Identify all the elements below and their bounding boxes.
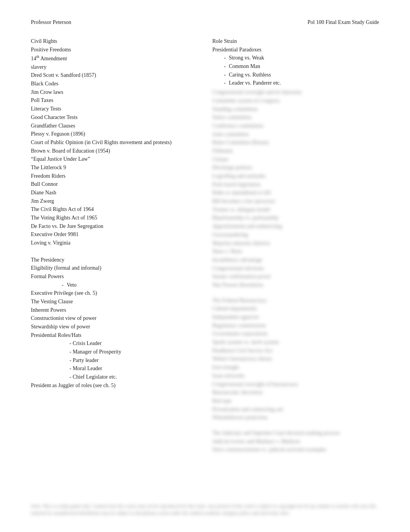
plessy-item: Plessy v. Feguson (1896) — [31, 130, 205, 138]
brown-v-board-item: Brown v. Board of Education (1954) — [31, 147, 205, 155]
paradox-item-1: - Common Man — [224, 62, 379, 71]
paradox-dash-0: - — [224, 54, 226, 62]
paradox-dash-3: - — [224, 79, 226, 87]
paradox-item-0: - Strong vs. Weak — [224, 54, 379, 62]
executive-order-item: Executive Order 9981 — [31, 230, 205, 239]
role-chief-legislator: - Chief Legislator etc. — [31, 373, 205, 381]
civil-rights-item: Civil Rights — [31, 37, 205, 46]
slavery-item: slavery — [31, 63, 205, 71]
jim-zwerg-item: Jim Zwerg — [31, 197, 205, 206]
paradox-dash-2: - — [224, 71, 226, 79]
role-party-leader: - Party leader — [31, 356, 205, 365]
formal-powers-item: Formal Powers — [31, 272, 205, 281]
paradox-text-3: Leader vs. Panderer etc. — [229, 79, 281, 87]
constructionist-item: Constructionist view of power — [31, 314, 205, 323]
positive-freedoms-item: Positive Freedoms — [31, 46, 205, 54]
role-crisis-leader: - Crisis Leader — [31, 339, 205, 348]
grandfather-clauses-item: Grandfather Clauses — [31, 122, 205, 130]
juggler-item: President as Juggler of roles (see ch. 5… — [31, 381, 205, 390]
professor-name: Professor Peterson — [31, 19, 71, 25]
header: Professor Peterson Pol 100 Final Exam St… — [31, 19, 379, 25]
content-columns: Civil Rights Positive Freedoms 14th Amen… — [31, 37, 379, 454]
black-codes-item: Black Codes — [31, 80, 205, 88]
paradox-list: - Strong vs. Weak - Common Man - Caring … — [212, 54, 379, 87]
role-manager-prosperity: - Manager of Prosperity — [31, 348, 205, 356]
freedom-riders-item: Freedom Riders — [31, 172, 205, 180]
inherent-powers-item: Inherent Powers — [31, 306, 205, 314]
blurred-block-3: The Judiciary and Supreme Court decision… — [212, 429, 379, 454]
civil-rights-act-item: The Civil Rights Act of 1964 — [31, 205, 205, 214]
role-strain-item: Role Strain — [212, 37, 379, 46]
veto-dash: - — [62, 281, 64, 289]
14th-amendment-item: 14th Amendment — [31, 54, 205, 63]
right-column: Role Strain Presidential Paradoxes - Str… — [205, 37, 379, 454]
veto-item: -Veto — [31, 281, 205, 289]
paradox-item-3: - Leader vs. Panderer etc. — [224, 79, 379, 87]
dred-scott-item: Dred Scott v. Sandford (1857) — [31, 71, 205, 80]
role-moral-leader: - Moral Leader — [31, 364, 205, 373]
footer-disclaimer: Note: This is a study guide only. Conten… — [31, 503, 379, 517]
literacy-tests-item: Literacy Tests — [31, 105, 205, 113]
paradox-text-0: Strong vs. Weak — [229, 54, 264, 62]
diane-nash-item: Diane Nash — [31, 189, 205, 197]
left-column: Civil Rights Positive Freedoms 14th Amen… — [31, 37, 205, 390]
de-facto-de-jure-item: De Facto vs. De Jure Segregation — [31, 222, 205, 231]
paradox-text-2: Caring vs. Ruthless — [229, 71, 271, 79]
presidential-roles-item: Presidential Roles/Hats — [31, 331, 205, 340]
bull-connor-item: Bull Connor — [31, 180, 205, 189]
course-title: Pol 100 Final Exam Study Guide — [308, 19, 380, 25]
good-character-item: Good Character Tests — [31, 113, 205, 122]
presidential-paradoxes-item: Presidential Paradoxes — [212, 46, 379, 54]
vesting-clause-item: The Vesting Clause — [31, 297, 205, 306]
poll-taxes-item: Poll Taxes — [31, 96, 205, 105]
blurred-block-2: The Federal Bureaucracy Cabinet departme… — [212, 296, 379, 422]
blurred-block-1: Congressional oversight and its function… — [212, 88, 379, 289]
paradox-item-2: - Caring vs. Ruthless — [224, 71, 379, 79]
equal-justice-item: “Equal Justice Under Law” — [31, 155, 205, 163]
voting-rights-act-item: The Voting Rights Act of 1965 — [31, 214, 205, 222]
eligibility-item: Eligibility (formal and informal) — [31, 264, 205, 272]
exec-privilege-item: Executive Privilege (see ch. 5) — [31, 289, 205, 297]
stewardship-item: Stewardship view of power — [31, 323, 205, 331]
court-public-opinion-item: Court of Public Opinion (in Civil Rights… — [31, 138, 205, 147]
paradox-dash-1: - — [224, 62, 226, 71]
presidency-title: The Presidency — [31, 256, 205, 264]
veto-label: Veto — [67, 281, 77, 289]
paradox-text-1: Common Man — [229, 62, 260, 71]
littlerock-9-item: The Littlerock 9 — [31, 163, 205, 172]
page: Professor Peterson Pol 100 Final Exam St… — [0, 0, 410, 532]
jim-crow-item: Jim Crow laws — [31, 88, 205, 97]
loving-v-virginia-item: Loving v. Virginia — [31, 239, 205, 247]
